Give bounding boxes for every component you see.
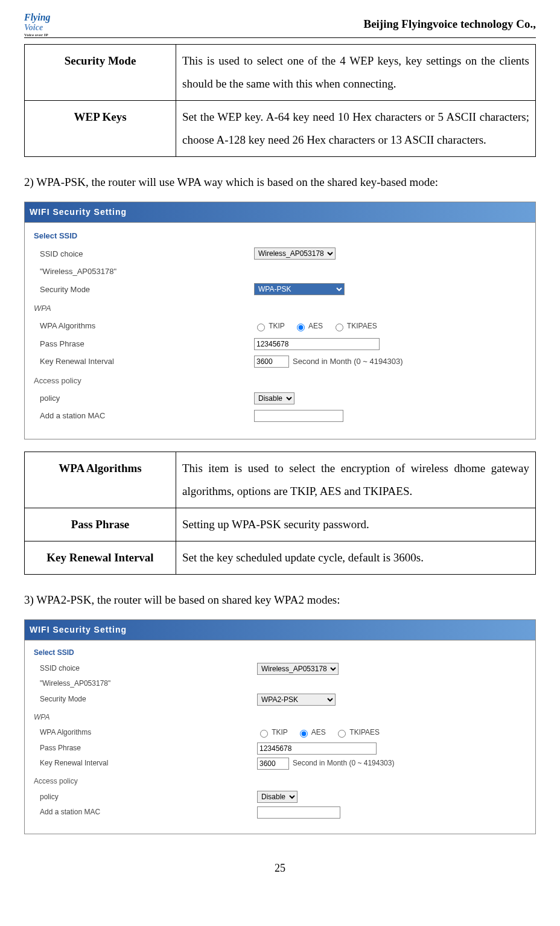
pass-phrase-label: Pass Phrase <box>40 742 257 755</box>
add-station-label: Add a station MAC <box>40 806 257 819</box>
security-mode-label: Security Mode <box>40 283 254 296</box>
key-renewal-input[interactable] <box>257 758 289 770</box>
wep-table: Security Mode This is used to select one… <box>24 44 536 157</box>
security-mode-select[interactable]: WPA2-PSK <box>257 694 336 706</box>
desc-wpa-algo: This item is used to select the encrypti… <box>176 452 536 508</box>
access-policy-section: Access policy <box>34 374 526 388</box>
wpa-algo-group: TKIP AES TKIPAES <box>254 319 384 333</box>
radio-tkip[interactable]: TKIP <box>254 322 285 330</box>
radio-tkip[interactable]: TKIP <box>257 728 288 736</box>
pass-phrase-label: Pass Phrase <box>40 337 254 351</box>
key-renewal-unit: Second in Month (0 ~ 4194303) <box>293 354 403 368</box>
table-row: WEP Keys Set the WEP key. A-64 key need … <box>25 101 536 157</box>
key-renewal-unit: Second in Month (0 ~ 4194303) <box>293 757 394 770</box>
wifi-security-screenshot-wpa2: WIFI Security Setting Select SSID SSID c… <box>24 619 536 834</box>
policy-select[interactable]: Disable <box>257 791 298 803</box>
radio-aes[interactable]: AES <box>294 322 323 330</box>
company-name: Beijing Flyingvoice technology Co., <box>363 14 536 34</box>
ssid-choice-label: SSID choice <box>40 662 257 675</box>
page-header: Flying Voice Voice over IP Beijing Flyin… <box>24 12 536 38</box>
desc-wep-keys: Set the WEP key. A-64 key need 10 Hex ch… <box>176 101 536 157</box>
ssid-choice-select[interactable]: Wireless_AP053178 <box>257 663 339 675</box>
table-row: Key Renewal Interval Set the key schedul… <box>25 541 536 574</box>
pass-phrase-input[interactable] <box>254 338 380 350</box>
access-policy-section: Access policy <box>34 775 526 788</box>
desc-key-renewal: Set the key scheduled update cycle, defa… <box>176 541 536 574</box>
table-row: Security Mode This is used to select one… <box>25 45 536 101</box>
panel-title: WIFI Security Setting <box>25 202 535 223</box>
ssid-choice-select[interactable]: Wireless_AP053178 <box>254 247 336 260</box>
label-security-mode: Security Mode <box>25 45 176 101</box>
desc-security-mode: This is used to select one of the 4 WEP … <box>176 45 536 101</box>
ssid-quoted: "Wireless_AP053178" <box>40 677 257 691</box>
label-key-renewal: Key Renewal Interval <box>25 541 176 574</box>
policy-select[interactable]: Disable <box>254 392 294 404</box>
wifi-security-screenshot-wpa: WIFI Security Setting Select SSID SSID c… <box>24 202 536 439</box>
key-renewal-label: Key Renewal Interval <box>40 354 254 368</box>
logo: Flying Voice Voice over IP <box>24 12 66 36</box>
label-wep-keys: WEP Keys <box>25 101 176 157</box>
logo-main: Flying <box>24 12 51 22</box>
security-mode-select[interactable]: WPA-PSK <box>254 283 345 295</box>
label-wpa-algo: WPA Algorithms <box>25 452 176 508</box>
pass-phrase-input[interactable] <box>257 742 377 755</box>
wpa-algo-label: WPA Algorithms <box>40 726 257 739</box>
wpa-psk-intro: 2) WPA-PSK, the router will use WPA way … <box>24 172 536 193</box>
wpa-algo-group: TKIP AES TKIPAES <box>257 726 387 739</box>
table-row: WPA Algorithms This item is used to sele… <box>25 452 536 508</box>
add-station-input[interactable] <box>257 806 340 819</box>
wpa-subsection: WPA <box>34 711 526 724</box>
page-number: 25 <box>24 858 536 878</box>
table-row: Pass Phrase Setting up WPA-PSK security … <box>25 508 536 541</box>
radio-tkipaes[interactable]: TKIPAES <box>335 728 380 736</box>
ssid-choice-label: SSID choice <box>40 247 254 261</box>
policy-label: policy <box>40 391 254 405</box>
logo-sub: Voice <box>24 23 43 32</box>
key-renewal-input[interactable] <box>254 356 289 368</box>
fieldset-select-ssid: Select SSID <box>34 647 526 660</box>
radio-tkipaes[interactable]: TKIPAES <box>332 322 377 330</box>
wpa2-psk-intro: 3) WPA2-PSK, the router will be based on… <box>24 590 536 610</box>
security-mode-label: Security Mode <box>40 693 257 706</box>
wpa-subsection: WPA <box>34 301 526 315</box>
desc-pass-phrase: Setting up WPA-PSK security password. <box>176 508 536 541</box>
panel-title: WIFI Security Setting <box>25 620 535 640</box>
add-station-label: Add a station MAC <box>40 409 254 423</box>
key-renewal-label: Key Renewal Interval <box>40 757 257 770</box>
ssid-quoted: "Wireless_AP053178" <box>40 264 254 278</box>
add-station-input[interactable] <box>254 410 343 422</box>
label-pass-phrase: Pass Phrase <box>25 508 176 541</box>
wpa-table: WPA Algorithms This item is used to sele… <box>24 452 536 575</box>
fieldset-select-ssid: Select SSID <box>34 229 526 243</box>
policy-label: policy <box>40 791 257 804</box>
radio-aes[interactable]: AES <box>297 728 326 736</box>
logo-tag: Voice over IP <box>24 33 48 37</box>
wpa-algo-label: WPA Algorithms <box>40 319 254 333</box>
